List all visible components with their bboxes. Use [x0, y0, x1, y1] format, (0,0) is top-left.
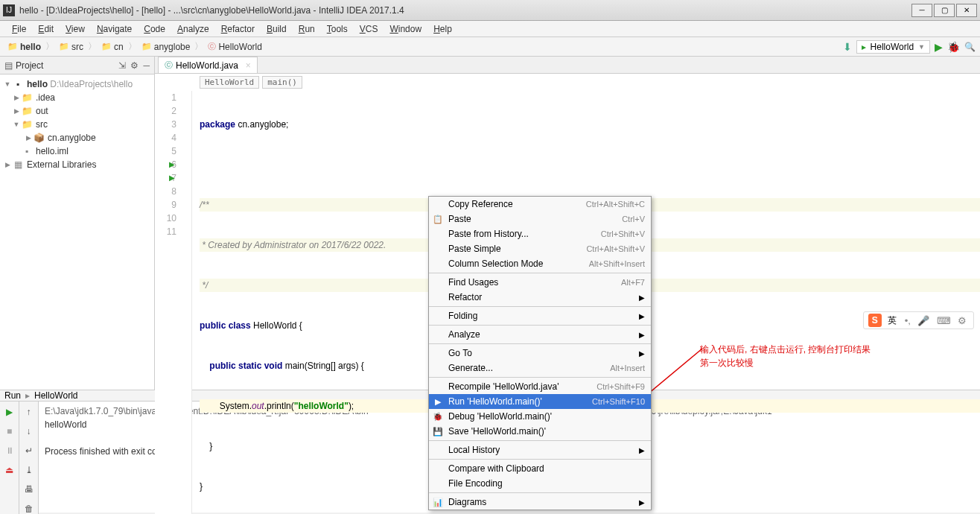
up-button[interactable]: ↑ — [22, 404, 36, 419]
menu-view[interactable]: View — [60, 24, 91, 34]
dropdown-icon: ▼ — [918, 43, 925, 51]
ime-keyboard-icon[interactable]: ⌨ — [937, 315, 951, 326]
menu-item-save-helloworld-main[interactable]: 💾Save 'HelloWorld.main()' — [429, 424, 651, 439]
file-icon: ▪ — [21, 145, 33, 157]
menu-item-folding[interactable]: Folding▶ — [429, 308, 651, 323]
run-button[interactable]: ▶ — [935, 41, 943, 53]
ime-punct-icon[interactable]: •, — [905, 315, 911, 326]
menu-tools[interactable]: Tools — [321, 24, 354, 34]
run-config-selector[interactable]: ▸ HelloWorld ▼ — [856, 40, 930, 54]
stop-button[interactable]: ■ — [2, 424, 17, 439]
tree-root[interactable]: ▼▪hello D:\IdeaProjects\hello — [0, 77, 154, 91]
project-view-icon[interactable]: ▤ — [4, 60, 13, 71]
breadcrumb-separator: 〉 — [127, 40, 139, 53]
menu-item-file-encoding[interactable]: File Encoding — [429, 476, 651, 491]
minimize-button[interactable]: ─ — [911, 4, 932, 17]
close-tab-icon[interactable]: × — [246, 60, 251, 71]
menu-item-diagrams[interactable]: 📊Diagrams▶ — [429, 495, 651, 510]
tree-item-iml[interactable]: ▪hello.iml — [0, 145, 154, 158]
run-toolbar-secondary: ↑ ↓ ↵ ⤓ 🖶 🗑 — [19, 402, 39, 514]
run-tab-label: Run — [4, 390, 21, 401]
menu-item-column-selection-mode[interactable]: Column Selection ModeAlt+Shift+Insert — [429, 256, 651, 271]
debug-button[interactable]: 🐞 — [947, 41, 960, 53]
gutter[interactable]: 1 2 3 4 5 6▶ 7▶ 8 9 10 11 — [155, 91, 192, 514]
menu-analyze[interactable]: Analyze — [171, 24, 215, 34]
breadcrumb-class[interactable]: HelloWorld — [200, 76, 259, 89]
annotation-text: 输入代码后, 右键点击运行, 控制台打印结果 第一次比较慢 — [700, 343, 871, 369]
menu-edit[interactable]: Edit — [32, 24, 60, 34]
folder-icon: 📁 — [21, 92, 33, 104]
breadcrumb-src[interactable]: 📁src — [56, 42, 86, 52]
trash-button[interactable]: 🗑 — [22, 501, 36, 514]
menu-vcs[interactable]: VCS — [354, 24, 384, 34]
tree-external-libs[interactable]: ▶▦External Libraries — [0, 158, 154, 171]
menu-item-analyze[interactable]: Analyze▶ — [429, 327, 651, 342]
breadcrumb-helloworld[interactable]: ⓒHelloWorld — [205, 41, 264, 52]
project-panel-header: ▤ Project ⇲ ⚙ ─ — [0, 57, 154, 74]
menu-help[interactable]: Help — [427, 24, 458, 34]
menu-item-copy-reference[interactable]: Copy ReferenceCtrl+Alt+Shift+C — [429, 197, 651, 212]
menu-separator — [429, 459, 651, 460]
menu-item-go-to[interactable]: Go To▶ — [429, 346, 651, 361]
menu-build[interactable]: Build — [261, 24, 293, 34]
tree-item-src[interactable]: ▼📁src — [0, 118, 154, 131]
pause-button[interactable]: ⏸ — [2, 443, 17, 458]
collapse-icon[interactable]: ⇲ — [118, 60, 126, 71]
maximize-button[interactable]: ▢ — [934, 4, 955, 17]
rerun-button[interactable]: ▶ — [2, 404, 17, 419]
menu-item-refactor[interactable]: Refactor▶ — [429, 290, 651, 305]
tree-item-idea[interactable]: ▶📁.idea — [0, 91, 154, 104]
module-icon: ▪ — [12, 78, 24, 90]
run-gutter-icon[interactable]: ▶ — [169, 158, 175, 171]
menu-item-recompile-helloworld-java[interactable]: Recompile 'HelloWorld.java'Ctrl+Shift+F9 — [429, 379, 651, 394]
breadcrumb-separator: 〉 — [86, 40, 98, 53]
menu-item-generate[interactable]: Generate...Alt+Insert — [429, 361, 651, 375]
menu-navigate[interactable]: Navigate — [91, 24, 138, 34]
editor-tab-label: HelloWorld.java — [176, 60, 238, 71]
breadcrumb-separator: 〉 — [193, 40, 205, 53]
menu-item-local-history[interactable]: Local History▶ — [429, 442, 651, 457]
tree-item-package[interactable]: ▶📦cn.anyglobe — [0, 131, 154, 145]
project-tree[interactable]: ▼▪hello D:\IdeaProjects\hello ▶📁.idea ▶📁… — [0, 74, 154, 174]
breadcrumb-anyglobe[interactable]: 📁anyglobe — [139, 42, 194, 52]
project-panel-title: Project — [16, 60, 118, 71]
menu-item-paste[interactable]: 📋PasteCtrl+V — [429, 212, 651, 226]
menu-refactor[interactable]: Refactor — [215, 24, 261, 34]
menu-item-paste-from-history[interactable]: Paste from History...Ctrl+Shift+V — [429, 226, 651, 241]
ime-settings-icon[interactable]: ⚙ — [958, 315, 967, 326]
breadcrumb-hello[interactable]: 📁hello — [4, 42, 44, 52]
close-button[interactable]: ✕ — [956, 4, 977, 17]
down-button[interactable]: ↓ — [22, 424, 36, 439]
navigation-toolbar: 📁hello〉📁src〉📁cn〉📁anyglobe〉ⓒHelloWorld ⬇ … — [0, 37, 980, 57]
menu-separator — [429, 492, 651, 493]
menu-file[interactable]: File — [6, 24, 32, 34]
menu-window[interactable]: Window — [384, 24, 427, 34]
breadcrumb-method[interactable]: main() — [262, 76, 302, 89]
menu-item-debug-helloworld-main[interactable]: 🐞Debug 'HelloWorld.main()' — [429, 409, 651, 424]
menu-item-find-usages[interactable]: Find UsagesAlt+F7 — [429, 275, 651, 290]
menu-item-compare-with-clipboard[interactable]: Compare with Clipboard — [429, 461, 651, 476]
breadcrumb-separator: 〉 — [44, 40, 56, 53]
run-gutter-icon[interactable]: ▶ — [169, 171, 175, 185]
menu-run[interactable]: Run — [293, 24, 321, 34]
exit-button[interactable]: ⏏ — [2, 463, 17, 477]
menu-code[interactable]: Code — [138, 24, 171, 34]
search-icon[interactable]: 🔍 — [964, 42, 976, 52]
hide-icon[interactable]: ─ — [143, 60, 150, 71]
gear-icon[interactable]: ⚙ — [130, 60, 139, 71]
print-button[interactable]: 🖶 — [22, 482, 36, 497]
ime-mic-icon[interactable]: 🎤 — [917, 315, 929, 326]
menu-item-icon: 💾 — [432, 425, 444, 437]
run-config-label: HelloWorld — [871, 42, 914, 52]
ime-lang[interactable]: 英 — [888, 314, 897, 327]
make-project-icon[interactable]: ⬇ — [843, 41, 852, 53]
ime-widget[interactable]: S 英 •, 🎤 ⌨ ⚙ — [863, 311, 974, 329]
menu-item-run-helloworld-main[interactable]: ▶Run 'HelloWorld.main()'Ctrl+Shift+F10 — [429, 394, 651, 409]
breadcrumb-cn[interactable]: 📁cn — [98, 42, 127, 52]
ime-icons: •, 🎤 ⌨ ⚙ — [903, 315, 969, 326]
tree-item-out[interactable]: ▶📁out — [0, 104, 154, 118]
menu-item-paste-simple[interactable]: Paste SimpleCtrl+Alt+Shift+V — [429, 241, 651, 256]
wrap-button[interactable]: ↵ — [22, 443, 36, 458]
editor-tab-helloworld[interactable]: ⓒ HelloWorld.java × — [158, 57, 258, 73]
scroll-button[interactable]: ⤓ — [22, 463, 36, 477]
